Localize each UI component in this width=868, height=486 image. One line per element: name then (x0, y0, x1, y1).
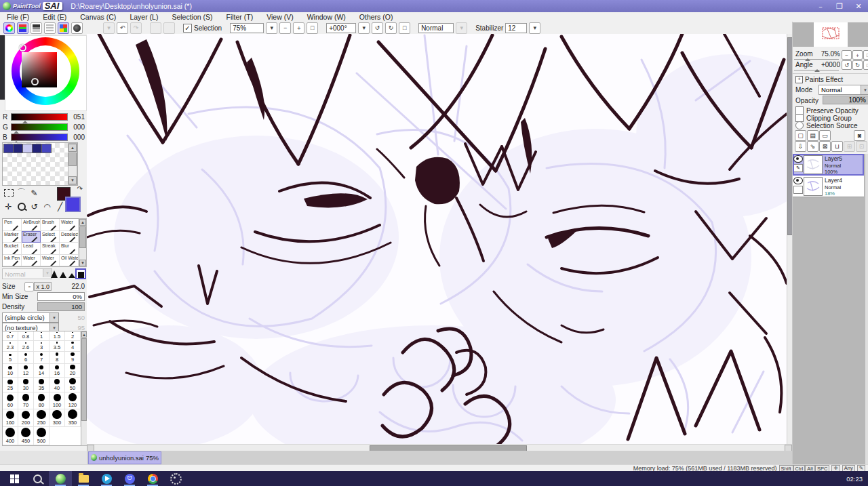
taskbar-start-icon[interactable] (3, 471, 26, 486)
color-swatch[interactable] (13, 144, 23, 153)
swatches-scrollbar[interactable]: ▲ ▼ (68, 143, 77, 185)
nav-zoom-in-button[interactable]: ＋ (852, 50, 863, 60)
layer-mask-button[interactable]: ◙ (854, 130, 865, 141)
lasso-tool[interactable]: ⌒ (16, 187, 27, 199)
brush-size-60[interactable]: 60 (3, 392, 18, 409)
brush-size-1.5[interactable]: 1.5 (50, 331, 65, 341)
brush-size-1[interactable]: 1 (34, 331, 50, 341)
channel-slider[interactable] (11, 134, 68, 141)
brush-size-14[interactable]: 14 (34, 364, 50, 378)
stabilizer-value-field[interactable]: 12 (505, 23, 527, 33)
brush-size-80[interactable]: 80 (34, 392, 50, 409)
menu-file[interactable]: File (F) (0, 13, 36, 21)
tool-lead-9[interactable]: Lead (22, 243, 41, 255)
brush-size-10[interactable]: 10 (3, 364, 18, 378)
menu-canvas[interactable]: Canvas (C) (73, 13, 123, 21)
nav-angle-reset-button[interactable]: □ (863, 60, 868, 70)
selection-source-radio[interactable] (795, 121, 804, 129)
nav-rotate-cw-button[interactable]: ↻ (852, 60, 863, 70)
maximize-button[interactable]: ❐ (830, 0, 849, 12)
tool-oil-wate-15[interactable]: Oil Wate (60, 255, 79, 267)
brush-size-0.8[interactable]: 0.8 (18, 331, 34, 341)
layer-visibility-icon[interactable] (793, 155, 803, 163)
tool-bucket-8[interactable]: Bucket (3, 243, 22, 255)
tool-select-6[interactable]: Select (41, 231, 60, 243)
sv-marker[interactable] (31, 78, 39, 85)
close-button[interactable]: ✕ (849, 0, 868, 12)
brush-blend-mode-dropdown[interactable]: Normal ▼ (2, 268, 52, 279)
angle-reset-button[interactable]: □ (399, 22, 410, 34)
brush-tip-4[interactable] (77, 270, 85, 278)
brush-size-250[interactable]: 250 (34, 409, 50, 428)
brush-size-2.6[interactable]: 2.6 (18, 341, 34, 352)
hand-tool[interactable]: ◠ (41, 201, 53, 212)
zoom-in-button[interactable]: ＋ (293, 22, 304, 34)
swap-colors-icon[interactable]: ↷ (77, 185, 83, 193)
tool-airbrush-1[interactable]: AirBrush (22, 219, 41, 231)
tool-marker-4[interactable]: Marker (3, 231, 22, 243)
document-tab[interactable]: unholyunion.sai 75% (88, 451, 161, 464)
brush-size-3.5[interactable]: 3.5 (50, 341, 65, 352)
layer-thumbnail[interactable] (804, 155, 823, 174)
layer-item-layer5[interactable]: ✎ Layer5 Normal 100% (793, 154, 864, 176)
rotate-view-tool[interactable]: ↺ (28, 201, 40, 212)
tool-blur-11[interactable]: Blur (60, 243, 79, 255)
zoom-reset-button[interactable]: □ (307, 22, 318, 34)
paints-effect-header[interactable]: + Paints Effect (795, 76, 843, 83)
rgb-slider-panel-toggle[interactable] (17, 22, 28, 34)
brush-size-4[interactable]: 4 (65, 341, 81, 352)
tool-ink-pen-12[interactable]: Ink Pen (3, 255, 22, 267)
brush-size-50[interactable]: 50 (65, 378, 81, 392)
brush-size-350[interactable]: 350 (65, 409, 81, 428)
clear-layer-button[interactable]: ⊠ (819, 141, 831, 152)
size-unit-button[interactable]: ▫ (24, 282, 34, 291)
min-size-slider[interactable]: 0% (37, 292, 85, 301)
redo-button[interactable]: ↷ (130, 22, 142, 34)
angle-dropdown-button[interactable]: ▾ (358, 22, 370, 34)
color-swatch[interactable] (3, 144, 14, 153)
density-slider[interactable]: 100 (37, 302, 85, 311)
brush-size-8[interactable]: 8 (50, 352, 65, 364)
brush-tip-1[interactable] (50, 270, 58, 278)
canvas[interactable] (87, 34, 787, 444)
swatches-panel-toggle[interactable] (58, 22, 69, 34)
magic-wand-tool[interactable]: ✎ (28, 187, 40, 199)
tool-water-13[interactable]: Water (22, 255, 41, 267)
color-swatch[interactable] (32, 144, 42, 153)
zoom-value-field[interactable]: 75% (230, 23, 264, 33)
brush-size-16[interactable]: 16 (50, 364, 65, 378)
taskbar-discord-icon[interactable]: ᗢ (118, 471, 141, 486)
paint-mode-dropdown[interactable]: Normal (418, 23, 454, 33)
brush-size-500[interactable]: 500 (34, 427, 50, 445)
taskbar-telegram-icon[interactable] (95, 471, 118, 486)
menu-others[interactable]: Others (O) (353, 13, 400, 21)
swatches-scroll-up[interactable]: ▲ (68, 144, 77, 152)
brush-size-400[interactable]: 400 (3, 427, 18, 445)
size-value[interactable]: 22.0 (52, 283, 85, 290)
layer-mode-dropdown[interactable]: Normal▼ (818, 85, 868, 95)
angle-value-field[interactable]: +000° (326, 23, 356, 33)
taskbar-chrome-icon[interactable] (141, 471, 164, 486)
saturation-value-square[interactable] (22, 52, 57, 87)
delete-layer-button[interactable]: ⊔ (831, 141, 843, 152)
brush-size-2[interactable]: 2 (65, 331, 81, 341)
brush-size-300[interactable]: 300 (50, 409, 65, 428)
minimize-button[interactable]: – (811, 0, 830, 12)
color-wheel-panel-toggle[interactable] (3, 22, 15, 34)
tool-water-14[interactable]: Water (41, 255, 60, 267)
brush-size-0.7[interactable]: 0.7 (3, 331, 18, 341)
brush-size-7[interactable]: 7 (34, 352, 50, 364)
brush-size-25[interactable]: 25 (3, 378, 18, 392)
tool-pen-0[interactable]: Pen (3, 219, 22, 231)
new-layer-set-button[interactable]: ▭ (819, 130, 831, 141)
brush-size-450[interactable]: 450 (18, 427, 34, 445)
color-swatch[interactable] (41, 144, 52, 153)
brush-size-30[interactable]: 30 (18, 378, 34, 392)
channel-slider[interactable] (11, 113, 68, 121)
layer-paint-icon[interactable]: ✎ (793, 164, 803, 172)
nav-zoom-out-button[interactable]: − (842, 50, 852, 60)
nav-zoom-reset-button[interactable]: □ (863, 50, 868, 60)
brush-size-5[interactable]: 5 (3, 352, 18, 364)
tool-eraser-5[interactable]: Eraser (22, 231, 41, 243)
stabilizer-dropdown-button[interactable]: ▾ (529, 22, 540, 34)
